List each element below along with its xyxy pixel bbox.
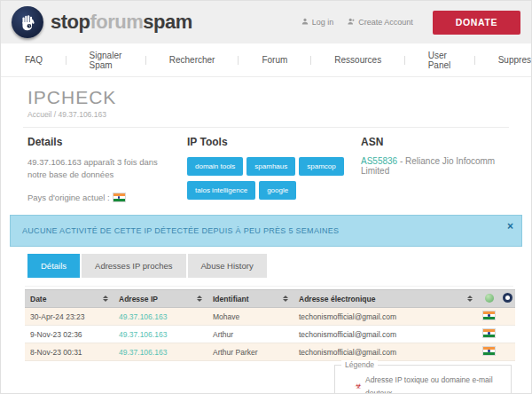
cell-country — [478, 308, 500, 326]
cell-tor — [500, 308, 515, 326]
domain-tools-button[interactable]: domain tools — [187, 157, 243, 176]
ip-tools-buttons: domain toolsspamhausspamcoptalos intelli… — [187, 156, 351, 204]
cell-country — [478, 326, 500, 343]
top-actions: Log in Create Account DONATE — [301, 11, 520, 35]
spamcop-button[interactable]: spamcop — [299, 157, 343, 176]
legend-title: Légende — [341, 360, 378, 369]
legend-item-text: Adresse IP toxique ou domaine e-mail dou… — [365, 374, 504, 394]
cell-email: techonismofficial@gmail.com — [293, 308, 478, 326]
top-header: stopforumspam Log in Create Account DONA… — [1, 1, 531, 43]
breadcrumb-current: 49.37.106.163 — [59, 110, 106, 119]
create-account-link[interactable]: Create Account — [348, 18, 413, 27]
header-date[interactable]: Date — [30, 295, 46, 303]
ip-tools-section: IP Tools domain toolsspamhausspamcoptalo… — [187, 136, 361, 204]
hand-logo-icon — [12, 6, 43, 38]
nav-item-faq[interactable]: FAQ — [13, 55, 54, 65]
details-heading: Details — [27, 136, 187, 148]
page-title: IPCHECK — [27, 87, 505, 107]
table-header-row: Date Adresse IP Identifiant Adresse élec… — [25, 290, 515, 308]
cell-date: 8-Nov-23 00:31 — [25, 343, 113, 361]
nav-item-user-panel[interactable]: User Panel — [393, 51, 463, 70]
header-identifiant[interactable]: Identifiant — [213, 295, 249, 303]
summary-columns: Details 49.37.106.163 apparaît 3 fois da… — [1, 128, 531, 206]
cell-username: Arthur — [207, 326, 293, 343]
header-adresse-ip[interactable]: Adresse IP — [119, 295, 158, 303]
biohazard-icon: ☣ — [355, 380, 362, 394]
evidence-table-wrap: Date Adresse IP Identifiant Adresse élec… — [25, 286, 513, 361]
donate-button[interactable]: DONATE — [433, 11, 520, 35]
cell-username: Mohave — [207, 308, 293, 326]
activity-alert: AUCUNE ACTIVITÉ DE CETTE IP DÉTECTÉE DEP… — [10, 215, 522, 247]
sort-icon[interactable] — [283, 296, 288, 302]
nav-list: FAQ Signaler Spam Rechercher Forum Resso… — [13, 51, 532, 70]
nav-item-rechercher[interactable]: Rechercher — [134, 55, 227, 65]
cell-ip-link[interactable]: 49.37.106.163 — [119, 330, 167, 339]
breadcrumb-home-link[interactable]: Accueil — [27, 110, 51, 119]
india-flag-icon — [483, 311, 495, 319]
tab-details[interactable]: Détails — [27, 254, 80, 278]
nav-item-suppression[interactable]: Suppression — [463, 55, 532, 65]
login-label: Log in — [312, 18, 334, 27]
create-account-icon — [348, 18, 355, 27]
occurrence-text: 49.37.106.163 apparaît 3 fois dans notre… — [27, 156, 169, 182]
legend: Légende ☣ Adresse IP toxique ou domaine … — [334, 365, 512, 394]
login-icon — [301, 18, 309, 27]
sort-icon[interactable] — [467, 296, 473, 302]
asn-heading: ASN — [361, 136, 505, 148]
tab-adresses-ip-proches[interactable]: Adresses IP proches — [82, 254, 185, 278]
alert-close-icon[interactable]: × — [507, 221, 513, 232]
cell-email: techonismofficial@gmail.com — [293, 326, 478, 343]
cell-ip-link[interactable]: 49.37.106.163 — [119, 312, 167, 321]
tor-column-onion-icon — [503, 293, 512, 303]
header-adresse-electronique[interactable]: Adresse électronique — [299, 295, 375, 303]
table-row: 8-Nov-23 00:31 49.37.106.163 Arthur Park… — [25, 343, 515, 361]
asn-line: AS55836 - Reliance Jio Infocomm Limited — [361, 156, 505, 176]
breadcrumb: Accueil / 49.37.106.163 — [27, 110, 505, 119]
main-nav: FAQ Signaler Spam Rechercher Forum Resso… — [1, 43, 531, 77]
origin-label: Pays d'origine actuel : — [27, 192, 110, 204]
table-row: 9-Nov-23 02:36 49.37.106.163 Arthur tech… — [25, 326, 515, 343]
cell-username: Arthur Parker — [207, 343, 293, 361]
legend-item-toxic: ☣ Adresse IP toxique ou domaine e-mail d… — [342, 374, 504, 394]
tab-abuse-history[interactable]: Abuse History — [188, 254, 267, 278]
breadcrumb-separator: / — [54, 110, 56, 119]
india-flag-icon — [113, 193, 125, 201]
nav-item-signaler-spam[interactable]: Signaler Spam — [54, 51, 134, 70]
cell-email: techonismofficial@gmail.com — [293, 343, 478, 361]
sort-icon[interactable] — [197, 296, 202, 302]
nav-item-forum[interactable]: Forum — [226, 55, 299, 65]
cell-tor — [500, 343, 515, 361]
india-flag-icon — [483, 329, 495, 337]
cell-date: 30-Apr-24 23:23 — [25, 308, 113, 326]
cell-ip-link[interactable]: 49.37.106.163 — [119, 348, 167, 357]
nav-item-ressources[interactable]: Ressources — [299, 55, 393, 65]
cell-country — [478, 343, 500, 361]
sort-icon[interactable] — [103, 296, 108, 302]
cell-date: 9-Nov-23 02:36 — [25, 326, 113, 343]
ip-tools-heading: IP Tools — [187, 136, 361, 148]
page: stopforumspam Log in Create Account DONA… — [0, 0, 532, 394]
alert-message: AUCUNE ACTIVITÉ DE CETTE IP DÉTECTÉE DEP… — [22, 226, 339, 235]
evidence-table: Date Adresse IP Identifiant Adresse élec… — [25, 289, 515, 361]
india-flag-icon — [483, 347, 495, 355]
site-logo[interactable]: stopforumspam — [12, 6, 192, 38]
asn-link[interactable]: AS55836 — [361, 156, 397, 166]
title-block: IPCHECK Accueil / 49.37.106.163 — [1, 77, 531, 119]
spamhaus-button[interactable]: spamhaus — [246, 157, 295, 176]
site-name: stopforumspam — [51, 11, 192, 34]
tab-bar: Détails Adresses IP proches Abuse Histor… — [27, 254, 531, 278]
asn-section: ASN AS55836 - Reliance Jio Infocomm Limi… — [361, 136, 505, 204]
origin-line: Pays d'origine actuel : — [27, 192, 187, 204]
table-row: 30-Apr-24 23:23 49.37.106.163 Mohave tec… — [25, 308, 515, 326]
create-account-label: Create Account — [358, 18, 413, 27]
cell-tor — [500, 326, 515, 343]
talos-intelligence-button[interactable]: talos intelligence — [187, 181, 255, 200]
google-button[interactable]: google — [259, 181, 296, 200]
details-section: Details 49.37.106.163 apparaît 3 fois da… — [27, 136, 187, 204]
country-column-globe-icon — [485, 294, 494, 303]
login-link[interactable]: Log in — [301, 18, 334, 27]
